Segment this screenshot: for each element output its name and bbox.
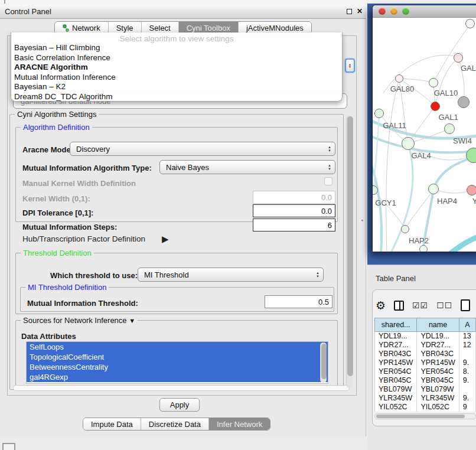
inference-algorithm-combo-button[interactable]: ▲▼ — [345, 58, 355, 73]
mi-threshold-field[interactable]: 0.5 — [265, 295, 332, 308]
which-threshold-combo[interactable]: MI Threshold ▲▼ — [138, 268, 324, 282]
network-node[interactable] — [431, 102, 440, 111]
network-node[interactable] — [458, 96, 470, 108]
table-cell — [459, 385, 475, 394]
algorithm-option[interactable]: ARACNE Algorithm — [11, 63, 342, 73]
mi-steps-field[interactable]: 6 — [253, 219, 335, 231]
tab-infer-network[interactable]: Infer Network — [209, 418, 270, 430]
table-cell: 12 — [459, 341, 475, 350]
table-row[interactable]: YBR045CYBR045C9. — [375, 376, 476, 385]
collapse-down-icon[interactable]: ▼ — [129, 317, 135, 324]
minimize-traffic-light-icon[interactable] — [390, 8, 397, 15]
deselect-all-icon[interactable]: ☐☐ — [436, 301, 452, 310]
spinner-icon: ▲▼ — [324, 146, 335, 152]
network-edge — [435, 58, 458, 106]
tab-cyni-toolbox[interactable]: Cyni Toolbox — [179, 22, 239, 34]
tab-select[interactable]: Select — [142, 22, 179, 34]
data-attribute-item[interactable]: gal4RGexp — [27, 372, 328, 382]
float-window-icon[interactable] — [347, 9, 352, 14]
sources-hscrollbar[interactable] — [13, 385, 350, 391]
gear-icon[interactable]: ⚙ — [376, 299, 386, 312]
dpi-tolerance-field[interactable]: 0.0 — [253, 204, 335, 217]
tab-jactivemnodules[interactable]: jActiveMNodules — [239, 22, 311, 34]
table-hscrollbar[interactable] — [374, 413, 476, 419]
apply-button[interactable]: Apply — [159, 398, 200, 412]
apply-button-label: Apply — [170, 400, 190, 409]
network-node[interactable] — [401, 225, 409, 233]
select-all-icon[interactable]: ☑☑ — [412, 301, 428, 310]
network-window-titlebar[interactable] — [373, 5, 476, 18]
network-node[interactable] — [419, 245, 428, 252]
network-node[interactable] — [465, 19, 475, 28]
hub-section-label[interactable]: Hub/Transcription Factor Definition — [22, 234, 145, 243]
attributes-scrollbar[interactable] — [320, 343, 327, 383]
network-node[interactable] — [395, 74, 403, 83]
columns-icon[interactable] — [394, 301, 404, 311]
network-node[interactable] — [429, 78, 438, 87]
close-traffic-light-icon[interactable] — [379, 8, 386, 15]
threshold-definition-title: Threshold Definition — [21, 249, 94, 257]
node-label-gal10: GAL10 — [434, 89, 458, 97]
network-node[interactable] — [402, 137, 415, 150]
tab-network[interactable]: Network — [55, 22, 109, 34]
table-cell: YBL079W — [375, 385, 417, 394]
network-node[interactable] — [374, 109, 384, 118]
table-row[interactable]: YIL052CYIL052C9 — [375, 403, 476, 412]
network-node[interactable] — [428, 184, 439, 194]
data-attribute-item[interactable]: TopologicalCoefficient — [27, 352, 328, 362]
node-table[interactable]: shared...nameAYDL19...YDL19...13YDR27...… — [374, 318, 476, 412]
mi-threshold-definition-title: MI Threshold Definition — [25, 283, 109, 292]
cyni-mode-tabs: Impute DataDiscretize DataInfer Network — [83, 418, 270, 431]
control-panel-title: Control Panel — [0, 7, 51, 16]
spinner-icon: ▲▼ — [324, 164, 335, 171]
data-attributes-list[interactable]: SelfLoopsTopologicalCoefficientBetweenne… — [26, 341, 328, 384]
data-attribute-item[interactable]: BetweennessCentrality — [27, 362, 328, 372]
column-header[interactable]: A — [459, 318, 475, 332]
kernel-width-value: 0.0 — [321, 193, 332, 202]
table-cell: YDR27... — [417, 341, 459, 350]
mi-algorithm-type-combo[interactable]: Naive Bayes ▲▼ — [159, 160, 335, 174]
table-row[interactable]: YPR145WYPR145W9. — [375, 358, 476, 367]
kernel-width-label: Kernel Width (0,1): — [22, 194, 90, 203]
network-canvas[interactable]: GALGAL80GAL10GAL11GAL1SWI4GAL4HAP4YGCY1H… — [373, 18, 476, 252]
algorithm-option[interactable]: Bayesian – Hill Climbing — [11, 43, 342, 53]
table-row[interactable]: YER054CYER054C8. — [375, 367, 476, 376]
close-icon[interactable]: ✕ — [357, 7, 363, 15]
node-label-hap4: HAP4 — [437, 197, 457, 206]
table-cell: YBR045C — [417, 376, 459, 385]
algorithm-option[interactable]: Dream8 DC_TDC Algorithm — [11, 92, 342, 102]
data-attribute-item[interactable]: SelfLoops — [27, 342, 328, 352]
table-toolbar: ⚙ ☑☑ ☐☐ — [376, 295, 476, 315]
new-table-icon[interactable] — [461, 299, 470, 311]
tab-style[interactable]: Style — [109, 22, 142, 34]
collapse-right-icon[interactable]: ▶ — [162, 234, 169, 244]
tab-discretize-data[interactable]: Discretize Data — [141, 418, 209, 430]
manual-kernel-checkbox[interactable] — [324, 177, 332, 185]
mi-steps-label: Mutual Information Steps: — [22, 223, 117, 231]
table-cell: 13 — [459, 332, 475, 341]
algorithm-option[interactable]: Basic Correlation Inference — [11, 53, 342, 63]
table-row[interactable]: YDL19...YDL19...13 — [375, 332, 476, 341]
node-label-gal1: GAL1 — [438, 113, 458, 122]
network-edge — [386, 79, 399, 251]
column-header[interactable]: shared... — [375, 318, 417, 332]
algorithm-option[interactable]: Bayesian – K2 — [11, 82, 342, 92]
zoom-traffic-light-icon[interactable] — [402, 8, 409, 15]
network-edge — [442, 231, 476, 252]
network-node[interactable] — [444, 123, 455, 134]
splitter-handle[interactable]: ◂ — [361, 219, 364, 222]
network-node-gal[interactable] — [454, 53, 463, 63]
table-row[interactable]: YLR345WYLR345W9. — [375, 394, 476, 403]
table-row[interactable]: YBR043CYBR043C — [375, 350, 476, 358]
network-node[interactable] — [467, 185, 476, 195]
table-row[interactable]: YBL079WYBL079W — [375, 385, 476, 394]
aracne-mode-combo[interactable]: Discovery ▲▼ — [70, 142, 335, 156]
minimized-panel-icon[interactable] — [2, 443, 15, 450]
kernel-width-field[interactable]: 0.0 — [253, 191, 335, 204]
table-cell: YER054C — [417, 367, 459, 376]
settings-scrollbar[interactable] — [346, 115, 353, 388]
tab-impute-data[interactable]: Impute Data — [83, 418, 141, 430]
column-header[interactable]: name — [417, 318, 459, 332]
table-row[interactable]: YDR27...YDR27...12 — [375, 341, 476, 350]
algorithm-option[interactable]: Mutual Information Inference — [11, 73, 342, 83]
